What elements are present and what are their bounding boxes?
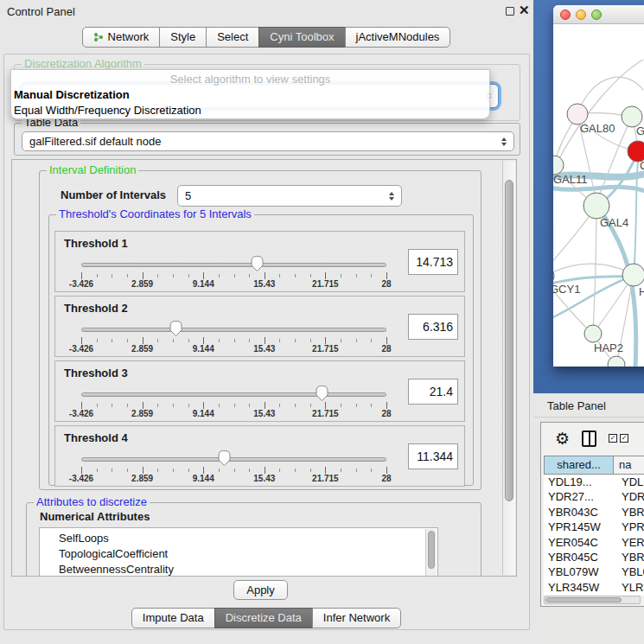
attribute-list-scrollbar-thumb[interactable] (428, 531, 435, 569)
cell-shared-name[interactable]: YLR345W (544, 580, 614, 595)
tick-mark (112, 274, 112, 277)
close-icon[interactable]: ✕ (519, 3, 530, 18)
cell-name[interactable]: YBR0 (614, 505, 644, 520)
cell-shared-name[interactable]: YBR043C (544, 505, 614, 520)
table-row[interactable]: YBR043CYBR0 (544, 505, 644, 520)
popup-option-manual-discretization[interactable]: Manual Discretization (14, 88, 130, 101)
slider-thumb[interactable] (250, 255, 265, 272)
cell-name[interactable]: YER0 (614, 535, 644, 550)
zoom-traffic-light-icon[interactable] (591, 10, 602, 20)
tab-discretize-data[interactable]: Discretize Data (214, 608, 313, 628)
tick-mark (157, 274, 158, 277)
tick-label: 21.715 (312, 344, 339, 354)
checkbox-icon[interactable]: ✓ (620, 434, 628, 443)
cell-name[interactable]: YDL1 (614, 475, 644, 489)
numerical-attributes-list[interactable]: SelfLoopsTopologicalCoefficientBetweenne… (39, 527, 438, 577)
tick-mark (234, 339, 235, 342)
slider-thumb[interactable] (217, 450, 232, 467)
tab-infer-network[interactable]: Infer Network (312, 608, 401, 628)
cell-name[interactable]: YDR2 (614, 489, 644, 504)
slider-track[interactable] (81, 263, 386, 267)
threshold-2-slider: -3.4262.8599.14415.4321.71528 (81, 296, 386, 358)
cell-name[interactable]: YPR1 (614, 520, 644, 534)
attribute-list-scrollbar[interactable] (425, 529, 437, 577)
slider-thumb[interactable] (169, 320, 183, 337)
network-node[interactable] (584, 325, 602, 342)
tab-select[interactable]: Select (206, 27, 259, 48)
slider-track[interactable] (81, 392, 386, 397)
settings-scrollbar-thumb[interactable] (505, 180, 513, 501)
network-edge[interactable] (593, 206, 596, 334)
table-row[interactable]: YDR27...YDR2 (544, 489, 644, 504)
cell-shared-name[interactable]: YDR27... (544, 489, 614, 504)
network-node-label: GAL4 (600, 216, 628, 229)
tab-impute-data[interactable]: Impute Data (131, 608, 215, 628)
tick-mark (341, 339, 341, 342)
tab-cyni-toolbox[interactable]: Cyni Toolbox (258, 27, 345, 48)
control-panel: Control Panel ✕ Network Style Select Cyn… (0, 0, 533, 644)
network-edge[interactable] (553, 264, 631, 276)
network-view-window[interactable]: GAL80GACDGAL11GAL4GCY1HAHAP2 (553, 5, 644, 367)
column-header-shared-name[interactable]: shared... (544, 456, 614, 475)
network-node[interactable] (583, 193, 609, 219)
cell-shared-name[interactable]: YER054C (544, 535, 614, 550)
number-of-intervals-combobox[interactable]: 5 (177, 185, 402, 207)
table-data-combobox[interactable]: galFiltered.sif default node (22, 131, 514, 151)
table-body: YDL19...YDL1YDR27...YDR2YBR043CYBR0YPR14… (544, 475, 644, 596)
network-edge[interactable] (553, 187, 644, 191)
slider-track[interactable] (81, 328, 386, 332)
tick-mark (279, 339, 280, 342)
tab-network[interactable]: Network (82, 27, 161, 48)
apply-button[interactable]: Apply (233, 580, 288, 600)
attribute-list-item[interactable]: BetweennessCentrality (59, 562, 437, 577)
table-row[interactable]: YBR045CYBR0 (544, 550, 644, 564)
attribute-list-item[interactable]: TopologicalCoefficient (59, 546, 437, 562)
algorithm-popup-hint: Select algorithm to view settings (11, 73, 489, 86)
tab-style[interactable]: Style (159, 27, 207, 48)
table-row[interactable]: YLR345WYLR3 (544, 580, 644, 595)
threshold-1-value-field[interactable]: 14.713 (408, 249, 458, 275)
tick-mark (234, 274, 235, 277)
slider-tick-labels: -3.4262.8599.14415.4321.71528 (81, 409, 386, 419)
close-traffic-light-icon[interactable] (560, 10, 571, 20)
table-row[interactable]: YER054CYER0 (544, 535, 644, 550)
attribute-list-item[interactable]: SelfLoops (59, 531, 437, 546)
float-window-icon[interactable] (506, 7, 514, 16)
cell-name[interactable]: YBR0 (614, 550, 644, 564)
column-selector-icon[interactable] (582, 430, 596, 447)
table-toolbar: ⚙ ✓ ✓ (541, 423, 644, 454)
threshold-3-value-field[interactable]: 21.4 (408, 379, 458, 405)
slider-thumb[interactable] (315, 385, 329, 402)
table-row[interactable]: YDL19...YDL1 (544, 475, 644, 489)
slider-track[interactable] (81, 457, 386, 462)
table-horizontal-scrollbar-thumb[interactable] (545, 597, 622, 603)
table-horizontal-scrollbar[interactable] (544, 596, 641, 604)
network-canvas[interactable]: GAL80GACDGAL11GAL4GCY1HAHAP2 (553, 25, 644, 367)
tick-label: 15.43 (253, 409, 275, 418)
tick-mark (295, 274, 296, 277)
tick-mark (386, 402, 387, 409)
threshold-4-value-field[interactable]: 11.344 (408, 443, 458, 469)
threshold-2-value-field[interactable]: 6.316 (408, 314, 458, 340)
checkbox-icon[interactable]: ✓ (609, 434, 617, 443)
cell-shared-name[interactable]: YBL079W (544, 564, 614, 579)
table-row[interactable]: YPR145WYPR1 (544, 520, 644, 534)
column-header-name[interactable]: na (614, 456, 644, 475)
tab-jactivemnodules[interactable]: jActiveMNodules (345, 27, 451, 48)
cell-shared-name[interactable]: YBR045C (544, 550, 614, 564)
minimize-traffic-light-icon[interactable] (576, 10, 586, 20)
cell-shared-name[interactable]: YDL19... (544, 475, 614, 489)
tick-mark (173, 339, 174, 342)
settings-scrollbar[interactable] (502, 161, 515, 575)
gear-icon[interactable]: ⚙ (555, 430, 570, 447)
cell-name[interactable]: YLR3 (614, 580, 644, 595)
cell-name[interactable]: YBL0 (614, 564, 644, 579)
cell-shared-name[interactable]: YPR145W (544, 520, 614, 534)
network-node[interactable] (622, 264, 644, 286)
number-of-intervals-label: Number of Intervals (61, 188, 166, 201)
popup-option-equal-width-frequency[interactable]: Equal Width/Frequency Discretization (14, 104, 201, 117)
network-node[interactable] (553, 156, 564, 175)
table-row[interactable]: YBL079WYBL0 (544, 564, 644, 579)
network-graph: GAL80GACDGAL11GAL4GCY1HAHAP2 (553, 25, 644, 367)
tick-label: 28 (381, 474, 391, 483)
